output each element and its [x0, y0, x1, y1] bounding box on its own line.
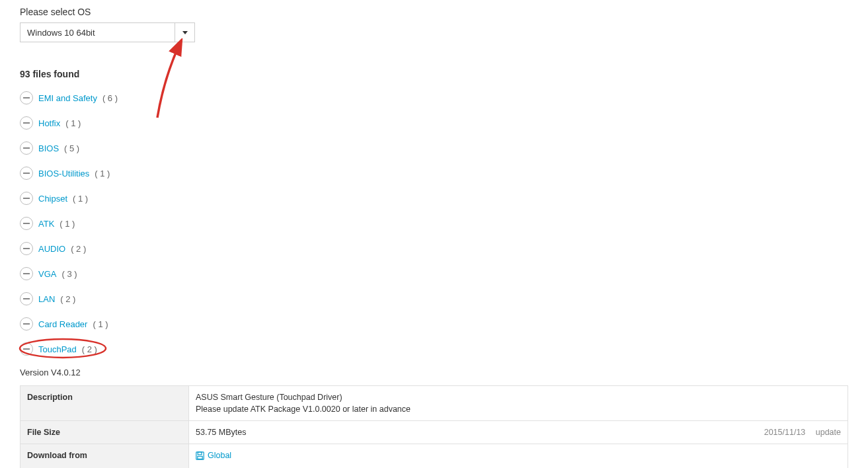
svg-rect-8	[23, 298, 30, 299]
minus-icon[interactable]	[20, 192, 33, 205]
row-value-download: Global	[189, 444, 848, 469]
category-item-emi-and-safety[interactable]: EMI and Safety( 6 )	[20, 91, 848, 104]
svg-rect-4	[23, 198, 30, 199]
category-count: ( 2 )	[82, 344, 97, 354]
filesize-update: update	[816, 428, 841, 437]
category-name: AUDIO	[38, 244, 65, 254]
minus-icon[interactable]	[20, 267, 33, 280]
category-item-chipset[interactable]: Chipset( 1 )	[20, 192, 848, 205]
category-item-touchpad[interactable]: TouchPad( 2 )	[20, 342, 848, 356]
svg-rect-2	[23, 147, 30, 149]
os-select-value: Windows 10 64bit	[20, 23, 175, 42]
svg-rect-9	[23, 323, 30, 325]
download-global-link[interactable]: Global	[196, 451, 231, 460]
minus-icon[interactable]	[20, 116, 33, 130]
category-name: BIOS	[38, 143, 59, 153]
svg-rect-10	[23, 348, 30, 350]
category-count: ( 2 )	[60, 294, 75, 304]
svg-rect-5	[23, 223, 30, 224]
minus-icon[interactable]	[20, 292, 33, 305]
row-value-description: ASUS Smart Gesture (Touchpad Driver) Ple…	[189, 386, 848, 421]
category-item-lan[interactable]: LAN( 2 )	[20, 292, 848, 305]
chevron-down-icon	[175, 23, 194, 42]
category-count: ( 1 )	[93, 319, 108, 329]
description-line1: ASUS Smart Gesture (Touchpad Driver)	[196, 393, 841, 402]
row-label-filesize: File Size	[20, 421, 189, 444]
driver-details-table: Description ASUS Smart Gesture (Touchpad…	[20, 385, 848, 468]
row-label-download: Download from	[20, 444, 189, 469]
category-item-atk[interactable]: ATK( 1 )	[20, 217, 848, 230]
category-count: ( 5 )	[64, 143, 79, 153]
os-select-label: Please select OS	[20, 7, 848, 17]
minus-icon[interactable]	[20, 342, 33, 356]
category-item-bios-utilities[interactable]: BIOS-Utilities( 1 )	[20, 167, 848, 180]
category-list: EMI and Safety( 6 )Hotfix( 1 )BIOS( 5 )B…	[20, 91, 848, 356]
os-select[interactable]: Windows 10 64bit	[20, 22, 195, 42]
svg-rect-0	[23, 97, 30, 98]
category-count: ( 3 )	[61, 269, 77, 279]
svg-rect-14	[198, 456, 202, 459]
category-count: ( 1 )	[65, 118, 81, 128]
row-label-description: Description	[20, 386, 189, 421]
category-item-card-reader[interactable]: Card Reader( 1 )	[20, 317, 848, 331]
category-count: ( 1 )	[73, 194, 88, 204]
category-name: BIOS-Utilities	[38, 169, 89, 178]
svg-rect-1	[23, 122, 30, 124]
category-name: LAN	[38, 294, 55, 304]
category-count: ( 2 )	[71, 244, 86, 254]
category-count: ( 1 )	[95, 169, 110, 178]
filesize-date: 2015/11/13	[764, 428, 806, 437]
svg-rect-3	[23, 173, 30, 174]
category-name: ATK	[38, 219, 54, 229]
filesize-value: 53.75 MBytes	[196, 428, 246, 437]
row-value-filesize: 53.75 MBytes 2015/11/13 update	[189, 421, 848, 444]
svg-rect-6	[23, 248, 30, 249]
description-line2: Please update ATK Package V1.0.0020 or l…	[196, 405, 841, 414]
minus-icon[interactable]	[20, 317, 33, 331]
version-text: Version V4.0.12	[20, 368, 848, 377]
category-name: Card Reader	[38, 319, 87, 329]
save-icon	[196, 451, 204, 460]
category-name: Chipset	[38, 194, 67, 204]
minus-icon[interactable]	[20, 91, 33, 104]
minus-icon[interactable]	[20, 242, 33, 255]
files-found-heading: 93 files found	[20, 69, 848, 79]
download-link-text: Global	[208, 451, 231, 460]
category-item-hotfix[interactable]: Hotfix( 1 )	[20, 116, 848, 130]
minus-icon[interactable]	[20, 141, 33, 155]
category-count: ( 1 )	[59, 219, 75, 229]
category-name: Hotfix	[38, 118, 60, 128]
category-name: EMI and Safety	[38, 93, 97, 103]
category-item-bios[interactable]: BIOS( 5 )	[20, 141, 848, 155]
category-item-audio[interactable]: AUDIO( 2 )	[20, 242, 848, 255]
category-name: VGA	[38, 269, 56, 279]
category-item-vga[interactable]: VGA( 3 )	[20, 267, 848, 280]
category-count: ( 6 )	[102, 93, 118, 103]
svg-rect-13	[198, 451, 202, 454]
minus-icon[interactable]	[20, 167, 33, 180]
category-name: TouchPad	[38, 344, 77, 354]
svg-rect-7	[23, 273, 30, 274]
minus-icon[interactable]	[20, 217, 33, 230]
